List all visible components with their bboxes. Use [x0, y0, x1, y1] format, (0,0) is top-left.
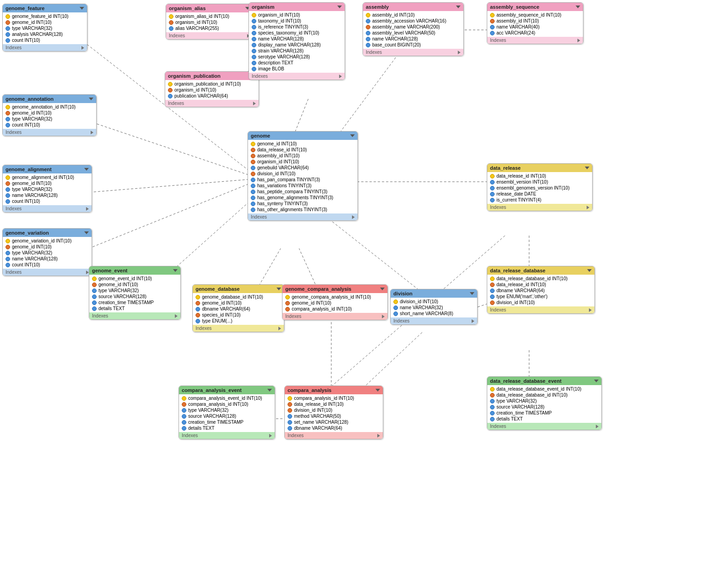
- table-assembly-sequence[interactable]: assembly_sequence assembly_sequence_id I…: [487, 2, 583, 44]
- key-icon: [490, 13, 495, 17]
- table-compara-analysis-event[interactable]: compara_analysis_event compara_analysis_…: [179, 386, 275, 439]
- key-icon: [6, 175, 10, 180]
- table-footer: Indexes: [248, 213, 358, 220]
- field-row: ensembl_genomes_version INT(10): [487, 185, 592, 191]
- chevron-down-icon: [277, 288, 281, 290]
- table-division[interactable]: division division_id INT(10) name VARCHA…: [390, 289, 478, 325]
- table-genome-annotation[interactable]: genome_annotation genome_annotation_id I…: [2, 94, 97, 136]
- table-header: genome_feature: [3, 4, 87, 12]
- field-icon: [366, 43, 370, 47]
- field-row: assembly_name VARCHAR(200): [363, 24, 463, 30]
- field-row: compara_analysis_event_id INT(10): [179, 395, 275, 401]
- table-genome[interactable]: genome genome_id INT(10) data_release_id…: [248, 131, 358, 221]
- field-row: organism_publication_id INT(10): [165, 81, 259, 87]
- field-row: creation_time TIMESTAMP: [89, 300, 180, 306]
- field-row: image BLOB: [249, 66, 345, 72]
- field-row: taxonomy_id INT(10): [249, 18, 345, 24]
- chevron-down-icon: [594, 380, 599, 382]
- field-row: genome_id INT(10): [193, 300, 284, 306]
- field-row: data_release_database_id INT(10): [487, 276, 594, 282]
- chevron-down-icon: [89, 98, 93, 100]
- field-row: genome_id INT(10): [3, 244, 92, 250]
- field-icon: [490, 192, 495, 196]
- table-body: genome_feature_id INT(10) genome_id INT(…: [3, 12, 87, 44]
- field-icon: [92, 306, 97, 311]
- table-footer: Indexes: [285, 432, 383, 439]
- table-data-release[interactable]: data_release data_release_id INT(10) ens…: [487, 163, 593, 211]
- table-data-release-database[interactable]: data_release_database data_release_datab…: [487, 266, 595, 314]
- table-compara-analysis[interactable]: compara_analysis compara_analysis_id INT…: [284, 386, 383, 439]
- field-row: compara_analysis_id INT(10): [179, 401, 275, 407]
- table-footer: Indexes: [487, 37, 583, 44]
- field-row: count INT(10): [3, 122, 96, 128]
- field-row: base_count BIGINT(20): [363, 42, 463, 48]
- footer-arrow-icon: [382, 315, 385, 318]
- table-data-release-database-event[interactable]: data_release_database_event data_release…: [487, 376, 602, 430]
- table-body: compara_analysis_id INT(10) data_release…: [285, 394, 383, 432]
- table-footer: Indexes: [165, 100, 259, 107]
- field-row: type VARCHAR(32): [179, 407, 275, 413]
- table-header: organism_publication: [165, 72, 259, 80]
- field-icon: [92, 300, 97, 305]
- table-organism-alias[interactable]: organism_alias organism_alias_id INT(10)…: [166, 4, 253, 40]
- table-body: genome_compara_analysis_id INT(10) genom…: [283, 293, 387, 313]
- table-footer: Indexes: [3, 269, 92, 276]
- key-icon: [288, 396, 292, 401]
- field-row: acc VARCHAR(24): [487, 30, 583, 36]
- footer-arrow-icon: [577, 39, 580, 42]
- field-icon: [6, 26, 10, 31]
- field-icon: [366, 37, 370, 41]
- key-icon: [168, 82, 173, 86]
- table-genome-compara-analysis[interactable]: genome_compara_analysis genome_compara_a…: [282, 284, 388, 320]
- table-body: organism_publication_id INT(10) organism…: [165, 80, 259, 100]
- table-genome-event[interactable]: genome_event genome_event_id INT(10) gen…: [89, 266, 181, 320]
- table-genome-alignment[interactable]: genome_alignment genome_alignment_id INT…: [2, 165, 92, 213]
- table-organism[interactable]: organism organism_id INT(10) taxonomy_id…: [248, 2, 345, 80]
- svg-line-2: [77, 179, 248, 193]
- field-row: source VARCHAR(128): [89, 294, 180, 300]
- footer-arrow-icon: [587, 206, 589, 209]
- field-row: release_date DATE: [487, 191, 592, 197]
- table-header: data_release_database_event: [487, 377, 601, 385]
- table-title: assembly_sequence: [490, 4, 539, 10]
- field-row: organism_id INT(10): [249, 12, 345, 18]
- fk-icon: [251, 160, 255, 164]
- table-footer: Indexes: [487, 204, 592, 211]
- table-body: data_release_database_event_id INT(10) d…: [487, 385, 601, 423]
- table-organism-publication[interactable]: organism_publication organism_publicatio…: [165, 71, 259, 107]
- footer-arrow-icon: [91, 131, 93, 134]
- table-title: genome: [251, 133, 270, 138]
- field-row: short_name VARCHAR(8): [391, 311, 477, 317]
- field-row: genome_id INT(10): [3, 180, 92, 186]
- table-title: assembly: [366, 4, 389, 10]
- table-assembly[interactable]: assembly assembly_id INT(10) assembly_ac…: [363, 2, 464, 56]
- table-genome-variation[interactable]: genome_variation genome_variation_id INT…: [2, 228, 92, 276]
- field-row: name VARCHAR(128): [249, 36, 345, 42]
- table-header: genome_compara_analysis: [283, 285, 387, 293]
- field-row: division_id INT(10): [285, 407, 383, 413]
- field-row: set_name VARCHAR(128): [285, 419, 383, 425]
- table-body: genome_id INT(10) data_release_id INT(10…: [248, 140, 358, 213]
- table-header: genome_event: [89, 266, 180, 275]
- field-row: genebuild VARCHAR(64): [248, 165, 358, 171]
- field-icon: [366, 19, 370, 23]
- table-body: data_release_database_id INT(10) data_re…: [487, 275, 594, 306]
- field-row: division_id INT(10): [248, 171, 358, 177]
- field-row: creation_time TIMESTAMP: [487, 410, 601, 416]
- field-icon: [6, 123, 10, 127]
- field-icon: [6, 38, 10, 43]
- field-row: genome_event_id INT(10): [89, 276, 180, 282]
- field-row: genome_id INT(10): [248, 141, 358, 147]
- field-icon: [252, 49, 256, 53]
- table-title: compara_analysis_event: [182, 387, 242, 393]
- table-genome-database[interactable]: genome_database genome_database_id INT(1…: [192, 284, 284, 332]
- fk-icon: [251, 172, 255, 176]
- table-header: organism: [249, 3, 345, 11]
- field-icon: [92, 294, 97, 299]
- field-row: name VARCHAR(128): [363, 36, 463, 42]
- field-icon: [288, 426, 292, 431]
- table-header: genome_annotation: [3, 95, 96, 103]
- field-icon: [490, 198, 495, 202]
- table-genome-feature[interactable]: genome_feature genome_feature_id INT(10)…: [2, 4, 87, 52]
- field-icon: [6, 251, 10, 255]
